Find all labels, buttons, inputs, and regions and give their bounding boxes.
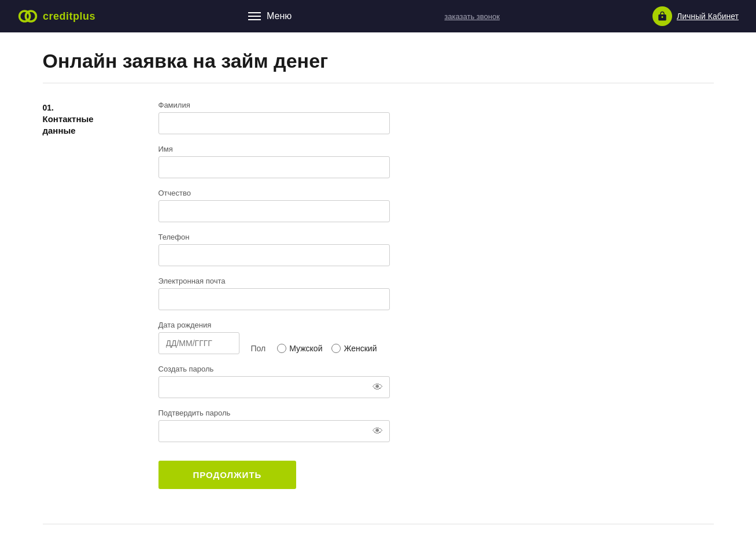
call-link[interactable]: заказать звонок [444, 12, 500, 21]
step-label: 01. Контактные данные [43, 101, 135, 136]
password-group: Создать пароль 👁 [158, 365, 390, 398]
phone-label: Телефон [158, 233, 390, 241]
toggle-password-icon[interactable]: 👁 [373, 381, 383, 394]
email-group: Электронная почта [158, 277, 390, 310]
gender-label: Пол [251, 344, 266, 353]
svg-point-1 [25, 11, 36, 21]
cabinet-label: Личный Кабинет [677, 12, 739, 21]
form-section: 01. Контактные данные Фамилия Имя Отчест… [43, 101, 714, 518]
hamburger-icon [248, 12, 261, 20]
lock-icon [652, 6, 672, 26]
toggle-confirm-password-icon[interactable]: 👁 [373, 425, 383, 438]
menu-label: Меню [267, 11, 292, 21]
form-fields: Фамилия Имя Отчество Телефон Электронная… [158, 101, 390, 489]
dob-label-row: Дата рождения [158, 321, 390, 329]
step-number: 01. [43, 103, 135, 112]
last-name-group: Фамилия [158, 101, 390, 134]
logo[interactable]: creditplus [17, 6, 95, 27]
gender-male-radio[interactable] [277, 344, 286, 353]
dob-label: Дата рождения [158, 321, 390, 329]
password-wrap: 👁 [158, 376, 390, 398]
gender-male-option[interactable]: Мужской [277, 344, 322, 353]
gender-male-label: Мужской [289, 344, 322, 353]
dob-field [158, 332, 239, 354]
step-title: Контактные данные [43, 113, 135, 136]
confirm-password-group: Подтвердить пароль 👁 [158, 409, 390, 442]
phone-group: Телефон [158, 233, 390, 266]
menu-button[interactable]: Меню [248, 11, 292, 21]
site-header: creditplus Меню заказать звонок Личный К… [0, 0, 756, 32]
middle-name-label: Отчество [158, 189, 390, 197]
email-input[interactable] [158, 288, 390, 310]
title-divider [43, 83, 714, 83]
middle-name-input[interactable] [158, 200, 390, 222]
logo-text-plus: plus [73, 10, 95, 22]
dob-gender-row: Пол Мужской Женский [158, 332, 390, 354]
gender-female-label: Женский [344, 344, 377, 353]
logo-text-credit: credit [43, 10, 73, 22]
phone-input[interactable] [158, 244, 390, 266]
confirm-password-label: Подтвердить пароль [158, 409, 390, 417]
gender-female-option[interactable]: Женский [331, 344, 377, 353]
last-name-label: Фамилия [158, 101, 390, 109]
first-name-group: Имя [158, 145, 390, 178]
dob-input[interactable] [158, 332, 239, 354]
last-name-input[interactable] [158, 112, 390, 134]
submit-button[interactable]: ПРОДОЛЖИТЬ [158, 461, 297, 489]
middle-name-group: Отчество [158, 189, 390, 222]
page-title: Онлайн заявка на займ денег [43, 32, 714, 83]
gender-female-radio[interactable] [331, 344, 341, 353]
email-label: Электронная почта [158, 277, 390, 285]
password-label: Создать пароль [158, 365, 390, 373]
password-input[interactable] [158, 376, 390, 398]
gender-group: Пол Мужской Женский [251, 344, 377, 354]
cabinet-button[interactable]: Личный Кабинет [652, 6, 739, 26]
first-name-label: Имя [158, 145, 390, 153]
first-name-input[interactable] [158, 156, 390, 178]
bottom-divider [43, 524, 714, 524]
confirm-password-input[interactable] [158, 420, 390, 442]
confirm-password-wrap: 👁 [158, 420, 390, 442]
